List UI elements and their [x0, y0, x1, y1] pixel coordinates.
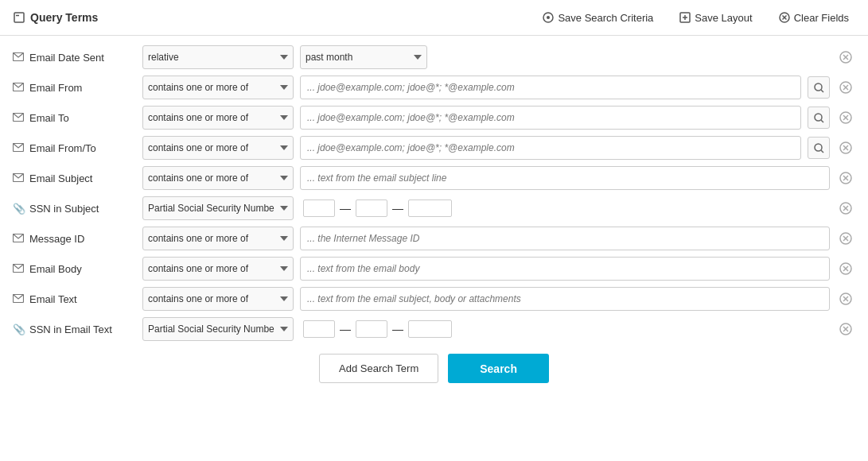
ssn-email-part3-input[interactable]: [408, 320, 452, 338]
email-to-label: Email To: [13, 112, 136, 124]
email-from-to-text: Email From/To: [29, 142, 96, 154]
row-email-body: Email Body contains one or more of conta…: [13, 257, 855, 281]
ssn-in-email-text-label: 📎 SSN in Email Text: [13, 323, 136, 335]
email-to-text: Email To: [29, 112, 69, 124]
save-layout-button[interactable]: Save Layout: [672, 8, 758, 27]
envelope-icon: [13, 82, 25, 94]
message-id-clear-button[interactable]: [836, 229, 855, 248]
email-to-condition-select[interactable]: contains one or more of contains all of …: [142, 106, 294, 130]
email-from-to-label: Email From/To: [13, 142, 136, 154]
envelope-icon: [13, 52, 25, 64]
ssn-email-dash-2: —: [391, 323, 405, 335]
clear-fields-label: Clear Fields: [794, 12, 849, 24]
ssn-in-subject-text: SSN in Subject: [29, 203, 99, 215]
email-from-to-search-button[interactable]: [808, 137, 830, 159]
email-from-text: Email From: [29, 82, 82, 94]
email-from-label: Email From: [13, 82, 136, 94]
email-from-to-condition-select[interactable]: contains one or more of contains all of …: [142, 136, 294, 160]
svg-point-3: [547, 16, 550, 19]
email-body-text: Email Body: [29, 263, 82, 275]
query-terms-icon: [13, 11, 25, 24]
search-button[interactable]: Search: [448, 354, 549, 383]
clip-icon: 📎: [13, 323, 25, 335]
svg-rect-0: [14, 13, 24, 22]
email-from-to-input[interactable]: [300, 136, 801, 160]
row-ssn-in-email-text: 📎 SSN in Email Text Partial Social Secur…: [13, 317, 855, 341]
clip-icon: 📎: [13, 203, 25, 215]
email-subject-text: Email Subject: [29, 172, 92, 184]
save-search-button[interactable]: Save Search Criteria: [535, 8, 660, 27]
section-title: Query Terms: [30, 11, 98, 24]
email-date-sent-period-select[interactable]: past month past week past day past year: [300, 45, 427, 69]
message-id-text: Message ID: [29, 233, 84, 245]
envelope-icon: [13, 112, 25, 124]
date-row-right: past month past week past day past year: [300, 45, 830, 69]
save-layout-label: Save Layout: [695, 12, 752, 24]
email-from-search-button[interactable]: [808, 76, 830, 99]
email-text-clear-button[interactable]: [836, 289, 855, 308]
email-subject-clear-button[interactable]: [836, 169, 855, 188]
header-right: Save Search Criteria Save Layout Clear F…: [535, 8, 855, 27]
email-body-clear-button[interactable]: [836, 259, 855, 278]
svg-line-16: [821, 90, 823, 92]
email-from-input[interactable]: [300, 76, 801, 99]
email-to-clear-button[interactable]: [836, 108, 855, 127]
row-email-from-to: Email From/To contains one or more of co…: [13, 136, 855, 160]
save-search-icon: [542, 11, 555, 24]
svg-point-15: [815, 83, 822, 91]
clear-fields-icon: [778, 11, 791, 24]
email-body-input[interactable]: [300, 257, 830, 281]
email-body-label: Email Body: [13, 263, 136, 275]
envelope-icon: [13, 263, 25, 275]
email-body-condition-select[interactable]: contains one or more of contains all of …: [142, 257, 294, 281]
main-content: Email Date Sent relative absolute past m…: [0, 36, 868, 409]
ssn-in-email-text-condition-select[interactable]: Partial Social Security Numbe Full Socia…: [142, 317, 294, 341]
save-search-label: Save Search Criteria: [558, 12, 653, 24]
ssn-email-part1-input[interactable]: [303, 320, 335, 338]
email-date-sent-condition-select[interactable]: relative absolute: [142, 45, 294, 69]
ssn-email-dash-1: —: [338, 323, 352, 335]
envelope-icon: [13, 293, 25, 305]
footer-buttons: Add Search Term Search: [13, 354, 855, 396]
ssn-part1-input[interactable]: [303, 200, 335, 217]
clear-fields-button[interactable]: Clear Fields: [772, 8, 855, 27]
email-subject-input[interactable]: [300, 166, 830, 190]
envelope-icon: [13, 233, 25, 245]
ssn-in-subject-condition-select[interactable]: Partial Social Security Numbe Full Socia…: [142, 196, 294, 220]
add-search-term-button[interactable]: Add Search Term: [319, 354, 438, 383]
message-id-input[interactable]: [300, 227, 830, 250]
ssn-in-subject-clear-button[interactable]: [836, 199, 855, 218]
ssn-dash-1: —: [338, 202, 352, 215]
email-text-condition-select[interactable]: contains one or more of contains all of …: [142, 287, 294, 311]
email-text-input[interactable]: [300, 287, 830, 311]
email-date-sent-clear-button[interactable]: [836, 48, 855, 67]
email-from-clear-button[interactable]: [836, 78, 855, 97]
svg-line-28: [821, 150, 823, 153]
envelope-icon: [13, 142, 25, 154]
header: Query Terms Save Search Criteria Save La…: [0, 0, 868, 36]
row-email-from: Email From contains one or more of conta…: [13, 76, 855, 99]
email-from-condition-select[interactable]: contains one or more of contains all of …: [142, 76, 294, 99]
email-text-label: Email Text: [13, 293, 136, 305]
row-email-text: Email Text contains one or more of conta…: [13, 287, 855, 311]
svg-point-21: [815, 114, 822, 121]
ssn-email-part2-input[interactable]: [356, 320, 387, 338]
email-to-search-button[interactable]: [808, 107, 830, 129]
svg-line-22: [821, 120, 823, 122]
row-email-subject: Email Subject contains one or more of co…: [13, 166, 855, 190]
ssn-part2-input[interactable]: [356, 200, 387, 217]
ssn-dash-2: —: [391, 202, 405, 215]
row-email-to: Email To contains one or more of contain…: [13, 106, 855, 130]
message-id-condition-select[interactable]: contains one or more of contains all of …: [142, 227, 294, 250]
ssn-in-email-text-text: SSN in Email Text: [29, 323, 112, 335]
email-subject-condition-select[interactable]: contains one or more of contains all of …: [142, 166, 294, 190]
email-from-to-clear-button[interactable]: [836, 138, 855, 157]
ssn-in-email-text-clear-button[interactable]: [836, 320, 855, 339]
email-date-sent-text: Email Date Sent: [29, 52, 104, 64]
row-message-id: Message ID contains one or more of conta…: [13, 227, 855, 250]
ssn-part3-input[interactable]: [408, 200, 452, 217]
email-to-input[interactable]: [300, 106, 801, 130]
message-id-label: Message ID: [13, 233, 136, 245]
save-layout-icon: [679, 11, 691, 24]
email-text-text: Email Text: [29, 293, 77, 305]
